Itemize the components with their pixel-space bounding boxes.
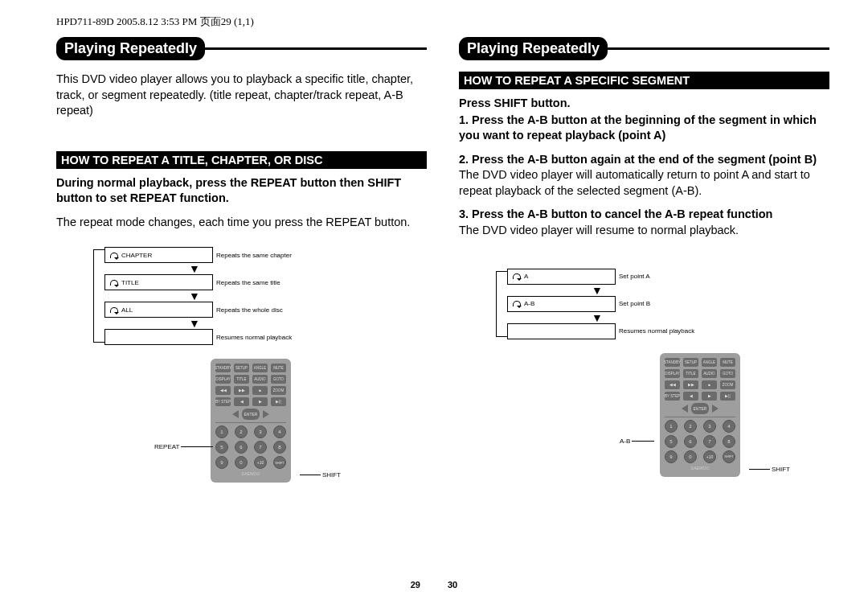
num-btn: 7 <box>254 441 267 454</box>
step-1: 1. Press the A-B button at the beginning… <box>459 113 829 144</box>
flow-desc: Set point B <box>619 300 650 307</box>
remote-btn: ZOOM <box>271 386 286 395</box>
remote-btn: STANDBY <box>215 364 231 372</box>
flow-desc: Repeats the whole disc <box>216 306 283 314</box>
page-numbers: 29 30 <box>411 580 458 590</box>
remote-btn: ▶ <box>252 397 268 406</box>
callout-ab: A-B <box>620 438 654 445</box>
title-divider <box>608 47 829 50</box>
num-btn: 0 <box>684 450 697 463</box>
remote-diagram-right: A-B SHIFT STANDBYSETUPANGLEMUTE DISPLAYT… <box>628 353 772 477</box>
flow-desc: Resumes normal playback <box>619 327 694 335</box>
remote-btn: TITLE <box>234 375 249 384</box>
remote-btn: ZOOM <box>720 380 735 389</box>
remote-btn: ANGLE <box>252 364 268 372</box>
two-column-layout: Playing Repeatedly This DVD video player… <box>56 37 829 483</box>
flow-desc: Repeats the same chapter <box>216 252 292 259</box>
remote-btn: ◀ <box>234 397 249 406</box>
remote-btn: ▶ <box>702 392 717 401</box>
num-btn: 2 <box>684 420 697 433</box>
num-btn: 6 <box>684 435 697 448</box>
num-btn: 3 <box>703 420 716 433</box>
title-divider <box>205 47 427 50</box>
remote-btn: ▶▶ <box>683 380 698 389</box>
section-title-right: Playing Repeatedly <box>459 37 608 60</box>
remote-btn: BY STEP <box>665 392 680 401</box>
loop-icon <box>513 273 521 279</box>
num-btn: 8 <box>723 435 735 448</box>
callout-repeat: REPEAT <box>154 443 213 450</box>
remote-btn: MUTE <box>271 364 286 372</box>
remote-btn: TITLE <box>683 369 698 378</box>
num-btn: 8 <box>273 441 286 454</box>
num-btn: 1 <box>665 420 678 433</box>
enter-btn: ENTER <box>242 409 260 420</box>
callout-shift: SHIFT <box>300 471 341 479</box>
num-btn: 3 <box>254 425 267 438</box>
flow-tag: TITLE <box>121 279 139 286</box>
instruction-bold: During normal playback, press the REPEAT… <box>56 175 427 207</box>
remote-btn: ◀ <box>683 392 698 401</box>
remote-btn: MUTE <box>720 358 735 367</box>
loop-icon <box>513 301 521 306</box>
remote-btn: GOTO <box>271 375 286 384</box>
num-btn: SHIFT <box>723 450 735 463</box>
remote-btn: ◀◀ <box>665 380 680 389</box>
num-btn: 7 <box>703 435 716 448</box>
num-btn: 0 <box>235 456 248 469</box>
remote-btn: DISPLAY <box>215 375 231 384</box>
right-column: Playing Repeatedly HOW TO REPEAT A SPECI… <box>459 37 829 483</box>
num-btn: +10 <box>254 456 267 469</box>
flow-tag: CHAPTER <box>121 252 152 259</box>
num-btn: 2 <box>235 425 248 438</box>
loop-icon <box>110 307 118 313</box>
remote-btn: ▶|| <box>720 392 735 401</box>
step-3: 3. Press the A-B button to cancel the A-… <box>459 207 829 223</box>
doc-header: HPD711-89D 2005.8.12 3:53 PM 页面29 (1,1) <box>56 14 829 29</box>
enter-btn: ENTER <box>691 403 709 414</box>
repeat-mode-diagram: CHAPTERRepeats the same chapter ▼ TITLER… <box>104 241 378 351</box>
step-2-desc: The DVD video player will automatically … <box>459 167 829 199</box>
remote-btn: ▶|| <box>271 397 286 406</box>
num-btn: 9 <box>215 456 228 469</box>
num-btn: 5 <box>665 435 678 448</box>
flow-tag: A <box>524 273 528 280</box>
flow-desc: Resumes normal playback <box>216 334 292 341</box>
flow-tag: ALL <box>121 306 133 314</box>
remote-btn: ▶▶ <box>234 386 249 395</box>
instruction-body: The repeat mode changes, each time you p… <box>56 215 427 231</box>
remote-btn: ANGLE <box>702 358 717 367</box>
num-btn: SHIFT <box>273 456 286 469</box>
num-btn: 4 <box>273 425 286 438</box>
loop-icon <box>110 253 118 258</box>
remote-btn: STANDBY <box>665 358 680 367</box>
remote-btn: SETUP <box>234 364 249 372</box>
callout-shift: SHIFT <box>749 466 790 473</box>
step-2: 2. Press the A-B button again at the end… <box>459 152 829 168</box>
right-arrow-icon <box>263 410 269 418</box>
remote-btn: ■ <box>252 386 268 395</box>
section-title-left: Playing Repeatedly <box>56 37 205 60</box>
num-btn: 9 <box>665 450 678 463</box>
sub-heading-left: HOW TO REPEAT A TITLE, CHAPTER, OR DISC <box>56 151 427 169</box>
num-btn: 1 <box>215 425 228 438</box>
remote-btn: AUDIO <box>702 369 717 378</box>
num-btn: 4 <box>723 420 735 433</box>
num-btn: 6 <box>235 441 248 454</box>
num-btn: +10 <box>703 450 716 463</box>
left-column: Playing Repeatedly This DVD video player… <box>56 37 427 483</box>
intro-text: This DVD video player allows you to play… <box>56 72 427 119</box>
remote-btn: ◀◀ <box>215 386 231 395</box>
num-btn: 5 <box>215 441 228 454</box>
left-arrow-icon <box>232 410 239 418</box>
flow-tag: A-B <box>524 300 534 307</box>
flow-desc: Set point A <box>619 273 650 280</box>
remote-btn: SETUP <box>683 358 698 367</box>
remote-btn: AUDIO <box>252 375 268 384</box>
remote-diagram-left: REPEAT SHIFT STANDBYSETUPANGLEMUTE DISPL… <box>178 359 323 483</box>
remote-btn: BY STEP <box>215 397 231 406</box>
page-number-right: 30 <box>448 580 457 590</box>
sub-heading-right: HOW TO REPEAT A SPECIFIC SEGMENT <box>459 72 829 89</box>
step-3-desc: The DVD video player will resume to norm… <box>459 223 829 239</box>
remote-btn: GOTO <box>720 369 735 378</box>
